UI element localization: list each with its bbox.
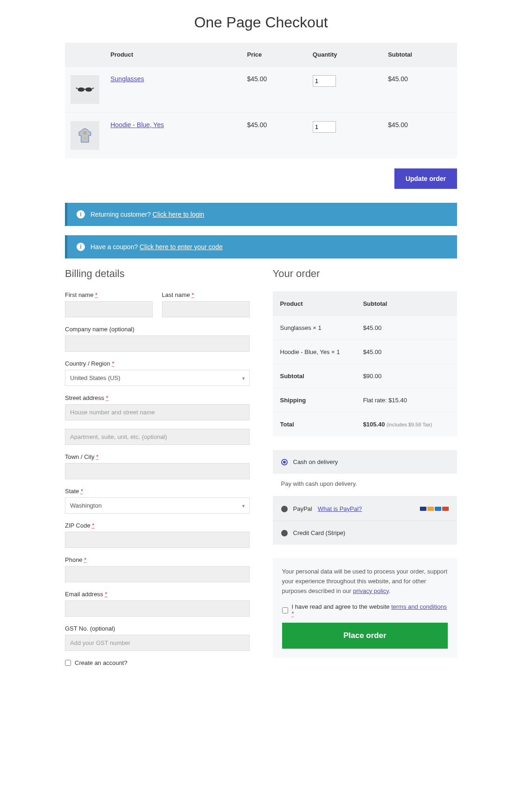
coupon-notice: i Have a coupon? Click here to enter you… (65, 235, 457, 258)
order-col-subtotal: Subtotal (355, 292, 457, 316)
country-label: Country / Region * (65, 360, 250, 367)
qty-input[interactable] (313, 75, 336, 87)
terms-row[interactable]: I have read and agree to the website ter… (282, 603, 448, 617)
table-row: Hoodie - Blue, Yes $45.00 $45.00 (65, 113, 457, 159)
state-label: State * (65, 488, 250, 495)
radio-icon (281, 530, 288, 536)
col-price: Price (241, 43, 307, 67)
product-thumb (71, 121, 99, 150)
gst-label: GST No. (optional) (65, 625, 250, 632)
privacy-policy-link[interactable]: privacy policy (353, 587, 389, 594)
svg-point-1 (85, 87, 92, 91)
payment-methods: Cash on delivery Pay with cash upon deli… (273, 450, 458, 545)
svg-line-3 (76, 88, 78, 89)
gst-field[interactable] (65, 635, 250, 651)
pay-cod[interactable]: Cash on delivery (273, 450, 458, 474)
update-order-button[interactable]: Update order (394, 168, 457, 189)
phone-field[interactable] (65, 566, 250, 582)
order-line: Sunglasses × 1$45.00 (273, 316, 458, 340)
col-qty: Quantity (307, 43, 382, 67)
svg-point-6 (84, 137, 86, 140)
qty-input[interactable] (313, 121, 336, 133)
card-icons (420, 507, 449, 511)
login-link[interactable]: Click here to login (153, 211, 204, 218)
place-order-button[interactable]: Place order (282, 623, 448, 649)
svg-rect-2 (84, 89, 86, 90)
state-select[interactable]: Washington (65, 497, 250, 514)
create-account-checkbox[interactable] (65, 660, 71, 666)
notice-text: Returning customer? (90, 211, 151, 218)
email-field[interactable] (65, 600, 250, 617)
table-row: Sunglasses $45.00 $45.00 (65, 67, 457, 113)
terms-checkbox[interactable] (282, 607, 288, 613)
svg-point-0 (77, 87, 84, 91)
svg-line-4 (92, 88, 94, 89)
pay-paypal[interactable]: PayPal What is PayPal? (273, 496, 458, 521)
zip-field[interactable] (65, 532, 250, 548)
company-label: Company name (optional) (65, 326, 250, 333)
price-cell: $45.00 (241, 113, 307, 159)
info-icon: i (77, 210, 85, 219)
city-label: Town / City * (65, 453, 250, 460)
notice-text: Have a coupon? (90, 243, 138, 251)
create-account-label: Create an account? (75, 659, 127, 666)
coupon-link[interactable]: Click here to enter your code (140, 243, 223, 251)
country-select[interactable]: United States (US) (65, 370, 250, 386)
cart-table: Product Price Quantity Subtotal Sunglass… (65, 43, 457, 158)
billing-heading: Billing details (65, 268, 250, 280)
zip-label: ZIP Code * (65, 522, 250, 529)
terms-label: I have read and agree to the website (292, 603, 392, 610)
order-heading: Your order (273, 268, 458, 280)
order-line: Hoodie - Blue, Yes × 1$45.00 (273, 340, 458, 364)
col-subtotal: Subtotal (382, 43, 457, 67)
company-field[interactable] (65, 335, 250, 352)
order-subtotal-row: Subtotal$90.00 (273, 364, 458, 388)
pay-stripe[interactable]: Credit Card (Stripe) (273, 521, 458, 545)
subtotal-cell: $45.00 (382, 113, 457, 159)
order-table: ProductSubtotal Sunglasses × 1$45.00 Hoo… (273, 291, 458, 436)
svg-point-5 (83, 131, 86, 135)
product-link[interactable]: Hoodie - Blue, Yes (110, 121, 164, 129)
first-name-field[interactable] (65, 301, 153, 317)
page-title: One Page Checkout (65, 14, 457, 31)
col-product: Product (105, 43, 241, 67)
privacy-box: Your personal data will be used to proce… (273, 558, 458, 658)
street-label: Street address * (65, 394, 250, 401)
info-icon: i (77, 243, 85, 251)
terms-link[interactable]: terms and conditions (391, 603, 447, 610)
last-name-field[interactable] (162, 301, 250, 317)
subtotal-cell: $45.00 (382, 67, 457, 113)
login-notice: i Returning customer? Click here to logi… (65, 203, 457, 226)
street2-field[interactable] (65, 429, 250, 445)
order-shipping-row: ShippingFlat rate: $15.40 (273, 388, 458, 412)
price-cell: $45.00 (241, 67, 307, 113)
create-account-row[interactable]: Create an account? (65, 659, 250, 666)
radio-icon (281, 459, 288, 465)
paypal-help-link[interactable]: What is PayPal? (318, 505, 362, 512)
street-field[interactable] (65, 404, 250, 420)
privacy-text: Your personal data will be used to proce… (282, 567, 448, 596)
product-thumb (71, 75, 99, 104)
email-label: Email address * (65, 591, 250, 598)
order-total-row: Total$105.40 (includes $9.58 Tax) (273, 412, 458, 437)
city-field[interactable] (65, 463, 250, 479)
product-link[interactable]: Sunglasses (110, 75, 144, 83)
first-name-label: First name * (65, 291, 153, 298)
phone-label: Phone * (65, 556, 250, 563)
cod-description: Pay with cash upon delivery. (273, 474, 458, 496)
last-name-label: Last name * (162, 291, 250, 298)
radio-icon (281, 506, 288, 512)
order-col-product: Product (273, 292, 356, 316)
